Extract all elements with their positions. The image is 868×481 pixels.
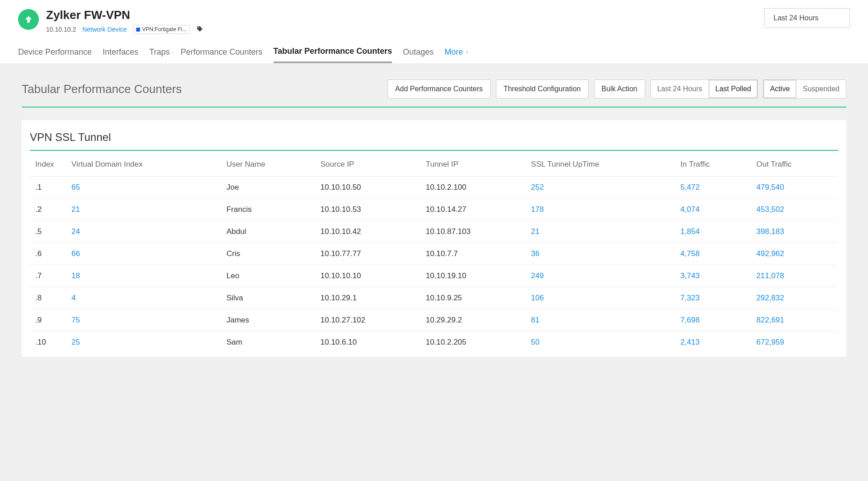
cell-user: James [221,309,315,332]
table-row: .1025Sam10.10.6.1010.10.2.205502,413672,… [30,332,838,354]
vpn-tag-label: VPN:Fortigate Fi... [142,26,187,33]
cell-index: .2 [30,199,66,221]
cell-vdi[interactable]: 66 [66,243,221,265]
cell-uptime[interactable]: 81 [526,309,675,332]
more-label: More [444,47,463,57]
col-source-ip[interactable]: Source IP [315,151,420,177]
col-out-traffic[interactable]: Out Traffic [751,151,838,177]
table-row: .975James10.10.27.10210.29.29.2817,69882… [30,309,838,332]
cell-out-traffic[interactable]: 453,502 [751,199,838,221]
cell-source-ip: 10.10.10.10 [315,265,420,287]
add-performance-counters-button[interactable]: Add Performance Counters [387,79,491,98]
cell-out-traffic[interactable]: 822,691 [751,309,838,332]
tag-icon[interactable] [196,25,203,34]
tab-traps[interactable]: Traps [149,47,170,62]
cell-user: Leo [221,265,315,287]
cell-index: .9 [30,309,66,332]
cell-vdi[interactable]: 18 [66,265,221,287]
vpn-tunnel-table: Index Virtual Domain Index User Name Sou… [30,151,838,353]
time-toggle: Last 24 Hours Last Polled [651,79,758,98]
col-vdi[interactable]: Virtual Domain Index [66,151,221,177]
cell-in-traffic[interactable]: 5,472 [675,177,751,199]
table-row: .524Abdul10.10.10.4210.10.87.103211,8543… [30,221,838,243]
cell-source-ip: 10.10.6.10 [315,332,420,354]
cell-vdi[interactable]: 24 [66,221,221,243]
bulk-action-button[interactable]: Bulk Action [594,79,645,98]
cell-in-traffic[interactable]: 1,854 [675,221,751,243]
table-row: .165Joe10.10.10.5010.10.2.1002525,472479… [30,177,838,199]
cell-vdi[interactable]: 21 [66,199,221,221]
cell-in-traffic[interactable]: 4,074 [675,199,751,221]
time-toggle-24h[interactable]: Last 24 Hours [651,80,709,98]
status-toggle-suspended[interactable]: Suspended [796,80,846,98]
tab-tabular-performance-counters[interactable]: Tabular Performance Counters [274,47,392,63]
status-toggle: Active Suspended [763,79,846,98]
cell-vdi[interactable]: 65 [66,177,221,199]
cell-uptime[interactable]: 106 [526,287,675,309]
cell-in-traffic[interactable]: 4,758 [675,243,751,265]
cell-tunnel-ip: 10.10.2.100 [420,177,526,199]
cell-uptime[interactable]: 50 [526,332,675,354]
cell-out-traffic[interactable]: 211,078 [751,265,838,287]
cell-in-traffic[interactable]: 7,323 [675,287,751,309]
cell-index: .8 [30,287,66,309]
col-index[interactable]: Index [30,151,66,177]
cell-source-ip: 10.10.10.53 [315,199,420,221]
cell-out-traffic[interactable]: 292,832 [751,287,838,309]
cell-tunnel-ip: 10.10.19.10 [420,265,526,287]
cell-source-ip: 10.10.10.42 [315,221,420,243]
status-up-icon [18,9,39,30]
col-tunnel-ip[interactable]: Tunnel IP [420,151,526,177]
tab-outages[interactable]: Outages [403,47,434,62]
cell-tunnel-ip: 10.10.87.103 [420,221,526,243]
cell-tunnel-ip: 10.10.9.25 [420,287,526,309]
time-range-select[interactable]: Last 24 Hours [764,8,850,28]
cell-source-ip: 10.10.77.77 [315,243,420,265]
cell-in-traffic[interactable]: 7,698 [675,309,751,332]
tab-more[interactable]: More [444,47,469,62]
cell-out-traffic[interactable]: 479,540 [751,177,838,199]
cell-vdi[interactable]: 4 [66,287,221,309]
card-title: VPN SSL Tunnel [30,131,838,151]
tab-device-performance[interactable]: Device Performance [18,47,92,62]
cell-index: .1 [30,177,66,199]
col-in-traffic[interactable]: In Traffic [675,151,751,177]
cell-index: .10 [30,332,66,354]
cell-in-traffic[interactable]: 2,413 [675,332,751,354]
cell-user: Sam [221,332,315,354]
cell-uptime[interactable]: 252 [526,177,675,199]
cell-source-ip: 10.10.27.102 [315,309,420,332]
cell-out-traffic[interactable]: 492,962 [751,243,838,265]
cell-index: .6 [30,243,66,265]
network-device-link[interactable]: Network Device [82,26,127,33]
cell-user: Silva [221,287,315,309]
cell-index: .7 [30,265,66,287]
section-title: Tabular Performance Counters [22,82,182,96]
cell-user: Francis [221,199,315,221]
tab-performance-counters[interactable]: Performance Counters [180,47,262,62]
col-uptime[interactable]: SSL Tunnel UpTime [526,151,675,177]
threshold-configuration-button[interactable]: Threshold Configuration [496,79,589,98]
cell-in-traffic[interactable]: 3,743 [675,265,751,287]
cell-vdi[interactable]: 75 [66,309,221,332]
cell-tunnel-ip: 10.29.29.2 [420,309,526,332]
cell-uptime[interactable]: 178 [526,199,675,221]
cell-user: Joe [221,177,315,199]
cell-out-traffic[interactable]: 398,183 [751,221,838,243]
square-icon [136,28,140,32]
cell-user: Cris [221,243,315,265]
col-user[interactable]: User Name [221,151,315,177]
vpn-tag[interactable]: VPN:Fortigate Fi... [133,25,190,34]
cell-vdi[interactable]: 25 [66,332,221,354]
cell-uptime[interactable]: 36 [526,243,675,265]
time-toggle-last-polled[interactable]: Last Polled [708,80,757,98]
cell-out-traffic[interactable]: 672,959 [751,332,838,354]
cell-uptime[interactable]: 249 [526,265,675,287]
cell-tunnel-ip: 10.10.14.27 [420,199,526,221]
page-title: Zylker FW-VPN [46,8,203,22]
status-toggle-active[interactable]: Active [764,80,796,98]
tab-interfaces[interactable]: Interfaces [103,47,138,62]
cell-uptime[interactable]: 21 [526,221,675,243]
table-row: .718Leo10.10.10.1010.10.19.102493,743211… [30,265,838,287]
table-row: .221Francis10.10.10.5310.10.14.271784,07… [30,199,838,221]
